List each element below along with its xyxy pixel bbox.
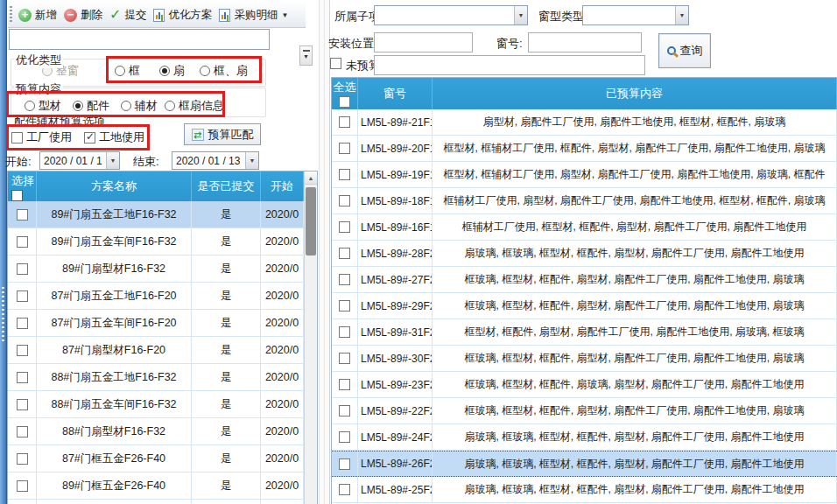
radio-frame-circle[interactable] xyxy=(115,66,125,76)
date-start-picker[interactable]: 2020 / 01 / 1 xyxy=(39,151,120,170)
row-checkbox[interactable] xyxy=(17,372,28,383)
window-no-input[interactable] xyxy=(528,32,642,52)
optimize-plan-button[interactable]: 优化方案 xyxy=(150,6,215,24)
plan-row[interactable]: 89#门扇型材F16-F32是2020/0 xyxy=(8,256,317,283)
radio-sash-circle[interactable] xyxy=(159,66,170,76)
row-checkbox[interactable] xyxy=(17,453,28,465)
budget-row[interactable]: LM5L-89#-20F18框型材, 框辅材工厂使用, 框配件, 扇型材, 扇配… xyxy=(332,136,837,162)
chevron-down-icon[interactable] xyxy=(106,152,119,169)
radio-profile-circle[interactable] xyxy=(25,101,35,111)
window-type-combobox[interactable] xyxy=(582,5,689,25)
row-checkbox[interactable] xyxy=(339,300,350,312)
plan-filter-input[interactable] xyxy=(9,29,270,50)
plan-row[interactable]: 87#门扇五金工地F16-F20是2020/0 xyxy=(8,283,317,310)
install-pos-input[interactable] xyxy=(374,32,473,52)
plan-row[interactable]: 87#门框五金F26-F40是2020/0 xyxy=(8,445,317,472)
plan-row[interactable]: 89#门框五金F26-F40是2020/0 xyxy=(8,472,317,500)
radio-frame-sash[interactable]: 框、扇 xyxy=(200,63,248,79)
plan-row[interactable]: 88#门扇五金工地F16-F32是2020/0 xyxy=(8,364,317,391)
query-button[interactable]: 查询 xyxy=(658,33,711,68)
radio-auxiliary-circle[interactable] xyxy=(121,101,131,111)
row-checkbox[interactable] xyxy=(17,236,28,248)
plan-row[interactable]: 88#门扇五金车间F16-F32是2020/0 xyxy=(8,391,317,418)
budget-row[interactable]: LM5L-89#-30F28框玻璃, 框型材, 框配件, 扇型材, 扇配件工厂使… xyxy=(332,346,837,372)
row-checkbox[interactable] xyxy=(17,263,28,275)
budget-row[interactable]: LM5L-89#-22F20框玻璃, 框型材, 框配件, 扇型材, 扇配件工厂使… xyxy=(332,398,837,424)
radio-frame[interactable]: 框 xyxy=(115,63,140,79)
budget-row[interactable]: LM5L-89#-25F23扇玻璃, 框玻璃, 框型材, 框配件, 扇型材, 扇… xyxy=(332,477,837,503)
budget-row[interactable]: LM5L-89#-28F26扇玻璃, 框玻璃, 框型材, 框配件, 扇型材, 扇… xyxy=(332,241,837,267)
budget-row[interactable]: LM5L-89#-23F21框玻璃, 框型材, 框配件, 扇玻璃, 扇型材, 扇… xyxy=(332,372,837,398)
toolbar-grip-icon[interactable] xyxy=(10,6,12,24)
row-checkbox[interactable] xyxy=(339,326,350,338)
plan-row[interactable]: 87#门扇五金车间F16-F20是2020/0 xyxy=(8,310,317,337)
row-checkbox[interactable] xyxy=(17,426,28,438)
plan-row[interactable]: 88#门扇型材F16-F32是2020/0 xyxy=(8,418,317,445)
row-checkbox[interactable] xyxy=(339,248,350,259)
row-checkbox[interactable] xyxy=(339,274,350,285)
radio-profile[interactable]: 型材 xyxy=(25,98,61,114)
checkbox-factory-use-box[interactable] xyxy=(11,132,23,144)
submit-button[interactable]: 提交 xyxy=(106,6,150,24)
budget-row[interactable]: LM5L-89#-19F17框型材, 框辅材工厂使用, 扇型材, 扇配件工厂使用… xyxy=(332,162,837,188)
budget-row[interactable]: LM5L-89#-21F19扇型材, 扇配件工厂使用, 扇配件工地使用, 框型材… xyxy=(332,109,837,136)
radio-accessory-circle[interactable] xyxy=(73,101,83,111)
budget-row[interactable]: LM5L-89#-26F24扇玻璃, 框玻璃, 框型材, 框配件, 扇型材, 扇… xyxy=(332,451,837,477)
budget-row[interactable]: LM5L-89#-31F29框型材, 框配件, 扇型材, 扇配件工厂使用, 扇配… xyxy=(332,319,837,346)
no-budget-checkbox[interactable] xyxy=(330,58,341,69)
plan-row[interactable]: 89#门扇五金工地F16-F32是2020/0 xyxy=(8,201,317,228)
dock-drag-handle[interactable] xyxy=(2,287,4,343)
row-checkbox[interactable] xyxy=(17,290,28,302)
radio-accessory[interactable]: 配件 xyxy=(73,98,109,114)
row-checkbox[interactable] xyxy=(339,143,350,154)
row-checkbox[interactable] xyxy=(17,480,28,492)
chevron-down-icon[interactable] xyxy=(675,6,688,24)
row-checkbox[interactable] xyxy=(17,345,28,356)
select-all-checkbox[interactable] xyxy=(11,190,23,201)
panel-splitter[interactable] xyxy=(319,0,330,504)
plan-row[interactable]: 89#门扇五金车间F16-F32是2020/0 xyxy=(8,228,317,256)
budget-row[interactable]: LM5L-89#-29F27框玻璃, 框型材, 框配件, 扇型材, 扇配件工厂使… xyxy=(332,293,837,319)
scrollbar-thumb[interactable] xyxy=(306,187,316,256)
scroll-up-icon[interactable] xyxy=(305,172,317,185)
row-checkbox[interactable] xyxy=(339,431,350,443)
row-checkbox[interactable] xyxy=(17,209,28,220)
radio-frame-sash-info[interactable]: 框扇信息 xyxy=(165,98,224,114)
select-all-checkbox[interactable] xyxy=(339,96,350,108)
chevron-down-icon[interactable] xyxy=(245,152,258,169)
budget-row[interactable]: LM5L-89#-24F22扇玻璃, 框玻璃, 框型材, 框配件, 扇型材, 扇… xyxy=(332,424,837,451)
row-checkbox[interactable] xyxy=(339,221,350,233)
radio-frame-sash-info-circle[interactable] xyxy=(165,101,175,111)
row-checkbox[interactable] xyxy=(339,195,350,206)
add-button[interactable]: 新增 xyxy=(15,6,60,24)
row-checkbox[interactable] xyxy=(17,318,28,329)
row-checkbox[interactable] xyxy=(339,458,350,470)
toolbar-overflow-button[interactable] xyxy=(299,46,313,66)
radio-auxiliary[interactable]: 辅材 xyxy=(121,98,158,114)
chevron-down-icon[interactable]: ▼ xyxy=(281,11,288,19)
row-checkbox[interactable] xyxy=(339,379,350,390)
date-end-picker[interactable]: 2020 / 01 / 13 xyxy=(172,151,259,170)
budget-row[interactable]: LM5L-89#-16F15框辅材工厂使用, 框型材, 框配件, 扇型材, 扇配… xyxy=(332,214,837,241)
plan-row[interactable]: 88#门框五金F21-F40是2020/0 xyxy=(8,500,317,504)
row-checkbox[interactable] xyxy=(339,116,350,128)
budget-row[interactable]: LM5L-89#-27F25框玻璃, 框型材, 框配件, 扇型材, 扇配件工厂使… xyxy=(332,267,837,293)
row-checkbox[interactable] xyxy=(339,405,350,416)
checkbox-site-use[interactable]: 工地使用 xyxy=(84,130,144,145)
chevron-down-icon[interactable] xyxy=(514,6,527,24)
checkbox-factory-use[interactable]: 工厂使用 xyxy=(11,130,72,145)
row-checkbox[interactable] xyxy=(339,169,350,180)
row-checkbox[interactable] xyxy=(17,399,28,410)
radio-sash[interactable]: 扇 xyxy=(159,63,185,79)
row-checkbox[interactable] xyxy=(339,353,350,364)
sub-item-combobox[interactable] xyxy=(374,5,528,25)
delete-button[interactable]: 删除 xyxy=(60,6,106,24)
plan-table-scrollbar[interactable] xyxy=(304,172,317,504)
row-checkbox[interactable] xyxy=(339,484,350,495)
plan-row[interactable]: 87#门扇型材F16-F20是2020/0 xyxy=(8,337,317,364)
budget-match-button[interactable]: 预算匹配 xyxy=(184,123,261,145)
checkbox-site-use-box[interactable] xyxy=(84,132,95,144)
purchase-detail-button[interactable]: 采购明细▼ xyxy=(215,6,292,24)
no-budget-input[interactable] xyxy=(374,55,645,75)
radio-frame-sash-circle[interactable] xyxy=(200,66,210,76)
